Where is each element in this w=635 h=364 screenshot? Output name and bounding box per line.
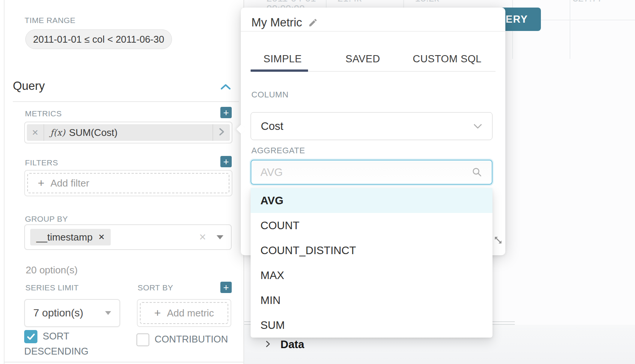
aggregate-label: AGGREGATE: [251, 146, 305, 156]
active-tab-indicator: [251, 69, 308, 72]
section-divider: [13, 101, 239, 102]
remove-metric-icon[interactable]: ×: [27, 124, 44, 141]
remove-tag-icon[interactable]: ✕: [98, 233, 105, 242]
column-select-value: Cost: [261, 120, 283, 133]
group-by-tag: __timestamp ✕: [30, 229, 111, 245]
metric-pill[interactable]: × ƒ(x) SUM(Cost): [27, 124, 230, 141]
query-control-panel: TIME RANGE 2011-01-01 ≤ col < 2011-06-30…: [0, 0, 244, 364]
series-limit-label: SERIES LIMIT: [25, 283, 79, 292]
table-cell-value: 15.2k: [415, 0, 439, 4]
add-sort-metric-button[interactable]: +: [220, 282, 232, 293]
dropdown-option-min[interactable]: MIN: [251, 288, 493, 313]
metric-title: My Metric: [251, 16, 302, 29]
add-filter-placeholder: Add filter: [51, 177, 90, 189]
data-panel-toggle[interactable]: Data: [264, 338, 304, 351]
popover-resize-handle[interactable]: [493, 235, 503, 245]
metric-pill-label: SUM(Cost): [69, 127, 118, 139]
caret-down-icon: [105, 311, 111, 315]
chevron-right-icon: [218, 127, 225, 138]
plus-icon: +: [154, 307, 161, 319]
chevron-down-icon: [473, 123, 482, 129]
add-sort-metric-dropzone[interactable]: + Add metric: [140, 302, 228, 324]
dropdown-option-max[interactable]: MAX: [251, 263, 493, 288]
contribution-label: CONTRIBUTION: [155, 334, 228, 344]
popover-header-divider: [241, 31, 505, 32]
collapse-section-button[interactable]: [220, 83, 231, 92]
time-range-filter[interactable]: 2011-01-01 ≤ col < 2011-06-30: [25, 29, 172, 49]
group-by-options-hint: 20 option(s): [26, 264, 77, 276]
group-by-label: GROUP BY: [25, 214, 68, 224]
aggregate-placeholder: AVG: [260, 166, 283, 179]
function-icon: ƒ(x): [50, 128, 65, 137]
series-limit-select[interactable]: 7 option(s): [24, 299, 120, 327]
tab-saved[interactable]: SAVED: [345, 53, 380, 65]
check-icon: [26, 332, 36, 342]
panel-bottom-border: [4, 362, 244, 362]
sort-by-label: SORT BY: [138, 283, 173, 292]
chevron-up-icon: [220, 85, 231, 92]
explore-screen: 2011-04-01 00:00:00 21.4k 15.2k 327.77 R…: [0, 0, 635, 364]
tab-custom-sql[interactable]: CUSTOM SQL: [413, 53, 482, 65]
add-filter-button[interactable]: +: [220, 156, 232, 167]
dropdown-option-sum[interactable]: SUM: [251, 313, 493, 338]
edit-title-button[interactable]: [308, 18, 318, 28]
column-select[interactable]: Cost: [251, 112, 493, 140]
resize-diagonal-icon: [493, 235, 503, 245]
add-metric-button[interactable]: +: [220, 107, 232, 118]
metrics-control: × ƒ(x) SUM(Cost): [24, 122, 232, 143]
aggregate-dropdown: AVG COUNT COUNT_DISTINCT MAX MIN SUM: [251, 188, 493, 338]
series-limit-value: 7 option(s): [33, 307, 83, 319]
group-by-tag-label: __timestamp: [36, 231, 93, 243]
query-section-title: Query: [13, 79, 45, 93]
filters-control: + Add filter: [24, 170, 232, 196]
metrics-label: METRICS: [25, 109, 62, 118]
search-icon: [471, 167, 483, 178]
table-cell-value: 21.4k: [338, 0, 362, 4]
plus-icon: +: [38, 177, 45, 190]
dropdown-option-avg[interactable]: AVG: [251, 188, 493, 213]
tab-simple[interactable]: SIMPLE: [263, 53, 302, 65]
sort-descending-checkbox[interactable]: [24, 330, 37, 343]
table-cell-value: 327.77: [573, 0, 603, 4]
pencil-icon: [308, 18, 318, 28]
caret-down-icon: [217, 235, 223, 239]
group-by-select[interactable]: __timestamp ✕ ×: [24, 224, 232, 250]
sort-by-control: + Add metric: [137, 299, 231, 327]
open-metric-editor-button[interactable]: [212, 124, 230, 141]
filters-label: FILTERS: [25, 158, 58, 167]
time-range-label: TIME RANGE: [25, 16, 76, 25]
add-sort-metric-placeholder: Add metric: [167, 307, 214, 319]
clear-all-icon[interactable]: ×: [199, 233, 206, 241]
column-label: COLUMN: [251, 90, 288, 100]
chevron-right-icon: [264, 340, 272, 350]
add-filter-dropzone[interactable]: + Add filter: [27, 173, 229, 193]
dropdown-option-count[interactable]: COUNT: [251, 213, 493, 238]
dropdown-option-count-distinct[interactable]: COUNT_DISTINCT: [251, 238, 493, 263]
data-panel-label: Data: [280, 338, 304, 351]
contribution-control: CONTRIBUTION: [136, 332, 242, 347]
table-gridline: [570, 0, 570, 59]
sort-descending-control: SORT DESCENDING: [24, 329, 100, 359]
panel-left-border: [4, 0, 5, 364]
contribution-checkbox[interactable]: [136, 333, 149, 346]
aggregate-input[interactable]: AVG: [251, 160, 493, 185]
